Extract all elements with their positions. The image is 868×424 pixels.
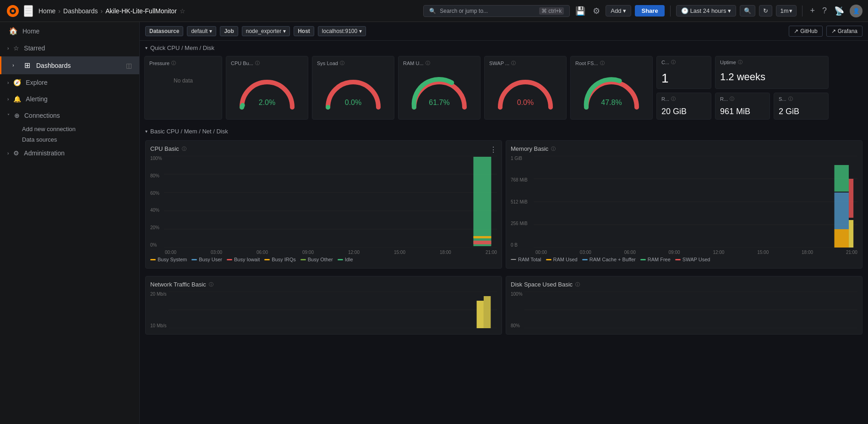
chevron-down-icon: ˅ [7,113,10,118]
swap-total-info-icon[interactable]: ⓘ [788,96,793,102]
root-fs-info-icon[interactable]: ⓘ [600,60,605,66]
main-layout: 🏠 Home › ☆ Starred › ⊞ Dashboards ◫ › 🧭 … [0,22,868,424]
sidebar-item-dashboards[interactable]: › ⊞ Dashboards ◫ [0,56,139,74]
swap-info-icon[interactable]: ⓘ [511,60,516,66]
cpu-busy-info-icon[interactable]: ⓘ [255,60,260,66]
job-label: Job [220,26,238,36]
sidebar-dashboards-label: Dashboards [36,62,71,69]
svg-rect-31 [484,296,491,328]
svg-rect-14 [473,157,491,246]
chevron-down-icon: ▾ [145,129,147,134]
breadcrumb-current[interactable]: Akile-HK-Lite-FullMonitor [105,7,177,15]
datasource-label: Datasource [145,26,183,36]
zoom-out-button[interactable]: 🔍 [740,5,755,17]
save-dashboard-button[interactable]: 💾 [573,4,587,18]
help-button[interactable]: ? [820,4,829,17]
svg-rect-24 [835,229,849,248]
cpu-basic-title: CPU Basic [150,145,179,152]
pressure-info-icon[interactable]: ⓘ [171,60,176,66]
datasource-select[interactable]: default ▾ [187,26,216,36]
settings-button[interactable]: ⚙ [591,4,602,18]
swap-total-value: 2 GiB [779,104,799,116]
search-placeholder: Search or jump to... [440,8,488,14]
cpu-cores-info-icon[interactable]: ⓘ [671,59,676,66]
sidebar-item-connections[interactable]: ˅ ⊕ Connections [0,107,139,124]
avatar[interactable]: 👤 [850,5,863,17]
sidebar-add-connection-label: Add new connection [22,126,76,132]
svg-rect-26 [849,179,853,218]
disk-space-title: Disk Space Used Basic [511,281,573,288]
sidebar-item-starred[interactable]: › ☆ Starred [0,40,139,56]
svg-text:2.0%: 2.0% [259,99,275,106]
sidebar-connections-label: Connections [24,112,60,119]
cpu-chart-legend: Busy System Busy User Busy Iowait Busy I… [150,257,497,262]
basic-cpu-section-header[interactable]: ▾ Basic CPU / Mem / Net / Disk [140,124,868,138]
cpu-chart-y-axis: 100% 80% 60% 40% 20% 0% [150,156,164,248]
chevron-right-icon: › [7,151,9,156]
disk-chart-y-axis: 100% 80% [511,292,524,328]
add-button[interactable]: Add ▾ [606,5,631,17]
ram-used-panel: RAM U... ⓘ 61.7% [398,56,480,120]
disk-space-panel: Disk Space Used Basic ⓘ 100% 80% [506,276,863,335]
sidebar-item-alerting[interactable]: › 🔔 Alerting [0,91,139,107]
svg-rect-22 [835,193,849,229]
refresh-interval-label: 1m [780,7,788,14]
svg-text:0.0%: 0.0% [517,99,534,106]
topbar-actions: 💾 ⚙ Add ▾ Share 🕐 Last 24 hours ▾ 🔍 ↻ 1m… [573,4,863,18]
root-fs-gauge: 47.8% [575,68,648,114]
cpu-basic-info-icon[interactable]: ⓘ [182,146,186,152]
breadcrumb-dashboards[interactable]: Dashboards [63,7,98,15]
refresh-interval-picker[interactable]: 1m ▾ [776,5,797,17]
sidebar-item-data-sources[interactable]: Data sources [0,134,139,145]
disk-info-icon[interactable]: ⓘ [575,281,580,288]
share-button[interactable]: Share [635,5,664,17]
notifications-button[interactable]: 📡 [832,4,846,18]
sys-load-gauge: 0.0% [317,68,389,114]
uptime-info-icon[interactable]: ⓘ [738,59,742,66]
swap-total-panel: S... ⓘ 2 GiB [774,93,829,120]
sidebar-item-explore[interactable]: › 🧭 Explore [0,74,139,91]
sidebar-item-add-connection[interactable]: Add new connection [0,124,139,134]
chevron-down-icon: ▾ [359,28,362,34]
svg-text:0.0%: 0.0% [345,99,361,106]
chevron-right-icon: › [7,97,9,102]
sys-load-panel: Sys Load ⓘ 0.0% [312,56,394,120]
chevron-down-icon: ▾ [623,7,626,14]
network-info-icon[interactable]: ⓘ [209,281,213,288]
ram-used-gauge: 61.7% [403,68,475,114]
sidebar-collapse-button[interactable]: ◫ [126,62,132,69]
cpu-chart-area [164,156,497,249]
breadcrumb-home[interactable]: Home [38,7,55,15]
sidebar-item-administration[interactable]: › ⚙ Administration [0,145,139,161]
grafana-logo [5,4,20,18]
hamburger-menu[interactable]: ☰ [24,5,33,17]
sidebar-item-home[interactable]: 🏠 Home [0,22,139,40]
bell-icon: 🔔 [13,95,21,103]
cpu-chart-more-button[interactable]: ⋮ [490,145,497,154]
grafana-button[interactable]: ↗ Grafana [826,26,863,37]
ram-total-panel: R... ⓘ 20 GiB [656,93,711,120]
search-bar[interactable]: 🔍 Search or jump to... ⌘ ctrl+k [423,5,570,17]
breadcrumb: Home › Dashboards › Akile-HK-Lite-FullMo… [38,7,420,15]
ram-used2-info-icon[interactable]: ⓘ [730,96,734,102]
favorite-icon[interactable]: ☆ [180,7,186,15]
ram-used2-value: 961 MiB [720,104,750,116]
job-select[interactable]: node_exporter ▾ [242,26,290,36]
memory-basic-info-icon[interactable]: ⓘ [551,146,556,152]
host-select[interactable]: localhost:9100 ▾ [318,26,366,36]
svg-point-2 [11,10,14,12]
ram-used-info-icon[interactable]: ⓘ [426,60,430,66]
plus-button[interactable]: + [808,4,817,17]
quick-cpu-section-header[interactable]: ▾ Quick CPU / Mem / Disk [140,41,868,55]
time-range-picker[interactable]: 🕐 Last 24 hours ▾ [676,5,737,17]
sys-load-info-icon[interactable]: ⓘ [340,60,344,66]
ram-total-info-icon[interactable]: ⓘ [671,96,676,102]
clock-icon: 🕐 [681,7,688,14]
sys-load-title: Sys Load [317,61,338,66]
svg-rect-23 [835,165,849,192]
refresh-button[interactable]: ↻ [759,5,772,17]
cpu-chart-x-axis: 00:00 03:00 06:00 09:00 12:00 15:00 18:0… [150,250,497,255]
network-chart-area [169,292,497,330]
home-icon: 🏠 [9,27,18,35]
github-button[interactable]: ↗ GitHub [789,26,822,37]
